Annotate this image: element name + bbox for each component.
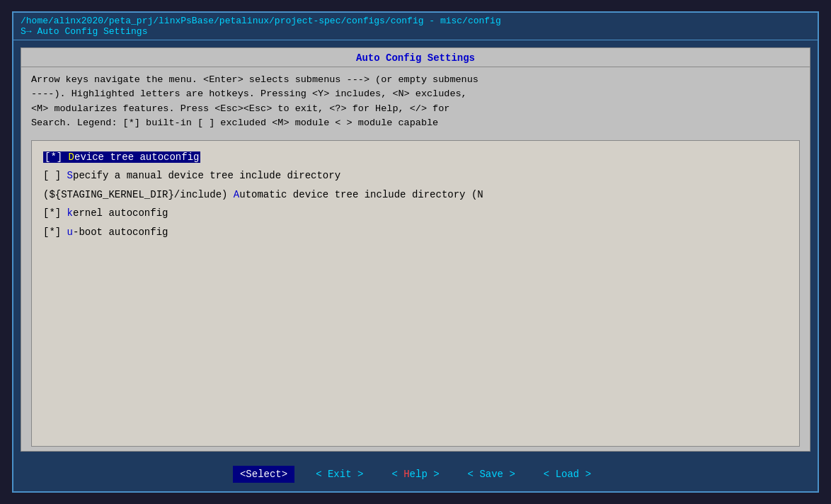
button-bar: <Select> < Exit > < Help > < Save > < Lo… xyxy=(13,459,818,491)
load-button[interactable]: < Load > xyxy=(537,466,598,483)
main-content: Auto Config Settings Arrow keys navigate… xyxy=(21,47,810,452)
select-button[interactable]: <Select> xyxy=(233,466,294,483)
desc-line3: <M> modularizes features. Press <Esc><Es… xyxy=(31,102,800,116)
breadcrumb: S→ Auto Config Settings xyxy=(21,26,147,37)
menu-item-kernel-autoconfig[interactable]: [*] kernel autoconfig xyxy=(43,204,788,222)
title-bar: /home/alinx2020/peta_prj/linxPsBase/peta… xyxy=(13,13,818,40)
help-button[interactable]: < Help > xyxy=(384,466,446,483)
item3-prefix: (${STAGING_KERNEL_DIR}/include) xyxy=(43,189,234,200)
desc-line2: ----). Highlighted letters are hotkeys. … xyxy=(31,87,800,101)
item5-text: -boot autoconfig xyxy=(73,227,168,238)
item1-text: evice tree autoconfig xyxy=(74,151,199,163)
menu-item-specify-manual[interactable]: [ ] Specify a manual device tree include… xyxy=(43,166,788,185)
item1-hotkey: D xyxy=(69,151,74,163)
menu-area: [*] Device tree autoconfig [ ] Specify a… xyxy=(31,140,800,447)
desc-line4: Search. Legend: [*] built-in [ ] exclude… xyxy=(31,116,800,130)
item4-bracket: [*] xyxy=(43,207,67,219)
title-path: /home/alinx2020/peta_prj/linxPsBase/peta… xyxy=(21,16,501,26)
item2-hotkey: S xyxy=(67,170,73,181)
item4-text: ernel autoconfig xyxy=(73,207,168,219)
item2-bracket: [ ] xyxy=(43,170,67,181)
item5-hotkey: u xyxy=(67,227,73,238)
item4-hotkey: k xyxy=(67,207,73,219)
item2-text: pecify a manual device tree include dire… xyxy=(73,170,340,181)
terminal-window: /home/alinx2020/peta_prj/linxPsBase/peta… xyxy=(12,11,819,493)
menu-item-automatic-dir[interactable]: (${STAGING_KERNEL_DIR}/include) Automati… xyxy=(43,185,788,204)
item5-bracket: [*] xyxy=(43,227,67,238)
dialog-title: Auto Config Settings xyxy=(21,48,810,67)
save-button[interactable]: < Save > xyxy=(461,466,522,483)
help-hotkey: H xyxy=(403,469,409,480)
description-area: Arrow keys navigate the menu. <Enter> se… xyxy=(21,67,810,136)
exit-button[interactable]: < Exit > xyxy=(309,466,370,483)
item3-text: utomatic device tree include directory (… xyxy=(239,189,483,200)
menu-item-device-tree-autoconfig[interactable]: [*] Device tree autoconfig xyxy=(43,148,788,166)
item1-bracket: [*] xyxy=(45,151,69,163)
menu-item-uboot-autoconfig[interactable]: [*] u-boot autoconfig xyxy=(43,223,788,241)
item3-hotkey: A xyxy=(234,189,239,200)
desc-line1: Arrow keys navigate the menu. <Enter> se… xyxy=(31,73,800,87)
